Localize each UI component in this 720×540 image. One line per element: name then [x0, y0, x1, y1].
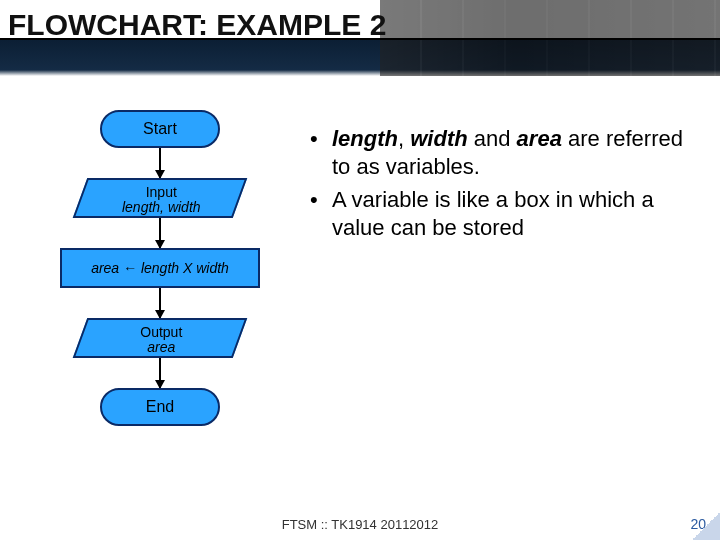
flow-start: Start [100, 110, 220, 148]
flow-input-label: Input [146, 185, 177, 200]
page-curl-icon [692, 512, 720, 540]
flow-arrow [159, 358, 161, 388]
flow-output-label: Output [140, 325, 182, 340]
flow-arrow [159, 288, 161, 318]
flow-end: End [100, 388, 220, 426]
bullet-1: length, width and area are referred to a… [310, 125, 690, 180]
flow-process: area ← length X width [60, 248, 260, 288]
flow-output: Output area [73, 318, 248, 358]
footer-text: FTSM :: TK1914 20112012 [0, 517, 720, 532]
slide-title: FLOWCHART: EXAMPLE 2 [8, 8, 386, 42]
flow-start-label: Start [143, 120, 177, 138]
var-length: length [332, 126, 398, 151]
flow-arrow [159, 218, 161, 248]
flow-input: Input length, width [73, 178, 248, 218]
flow-process-text: area ← length X width [91, 260, 229, 276]
bullet-list: length, width and area are referred to a… [310, 125, 690, 247]
flow-output-var: area [147, 340, 175, 355]
bullet-2: A variable is like a box in which a valu… [310, 186, 690, 241]
var-area: area [517, 126, 562, 151]
flow-end-label: End [146, 398, 174, 416]
var-width: width [410, 126, 467, 151]
flow-arrow [159, 148, 161, 178]
slide-header: FLOWCHART: EXAMPLE 2 [0, 0, 720, 76]
text: , [398, 126, 410, 151]
text: and [468, 126, 517, 151]
flow-input-vars: length, width [122, 200, 201, 215]
flowchart: Start Input length, width area ← length … [30, 110, 290, 426]
